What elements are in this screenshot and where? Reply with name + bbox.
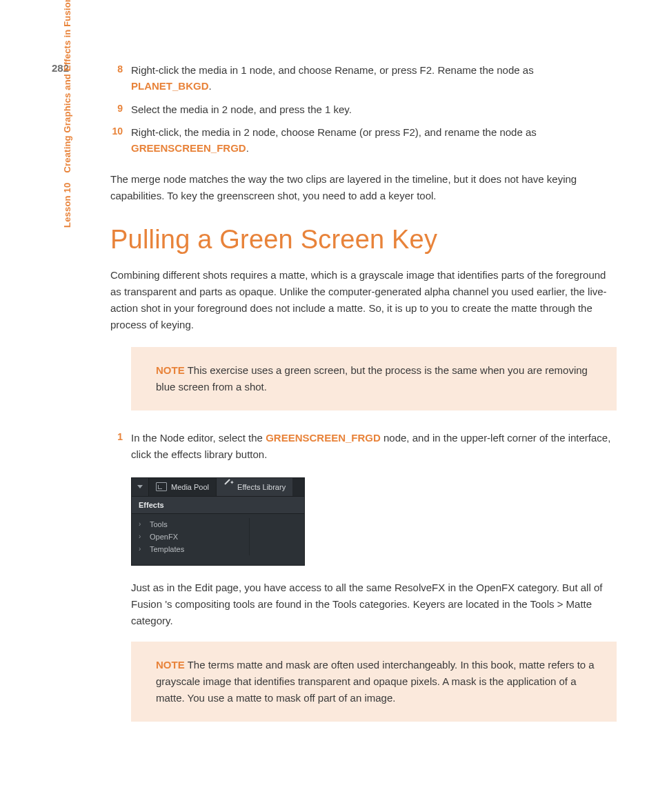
effects-library-panel: Media Pool Effects Library Effects › Too… <box>131 477 305 566</box>
tab-label: Effects Library <box>237 483 286 491</box>
paragraph-after-ui: Just as in the Edit page, you have acces… <box>131 580 617 629</box>
effects-tree: › Tools › OpenFX › Templates <box>132 514 304 565</box>
tree-label: Templates <box>150 545 184 553</box>
step-number: 1 <box>110 430 131 462</box>
tree-label: OpenFX <box>150 533 178 541</box>
step-body: Right-click, the media in 2 node, choose… <box>131 124 617 157</box>
step-number: 8 <box>110 62 131 95</box>
effects-header: Effects <box>132 497 304 514</box>
note-label: NOTE <box>156 659 185 671</box>
tree-item-templates[interactable]: › Templates <box>132 543 249 555</box>
note-text: This exercise uses a green screen, but t… <box>156 364 588 393</box>
tab-media-pool[interactable]: Media Pool <box>149 478 217 496</box>
step-number: 9 <box>110 101 131 117</box>
note-box-2: NOTEThe terms matte and mask are often u… <box>131 642 617 722</box>
numbered-steps-section: 1 In the Node editor, select the GREENSC… <box>110 430 617 462</box>
step-body: Select the media in 2 node, and press th… <box>131 101 617 117</box>
tree-column: › Tools › OpenFX › Templates <box>132 518 250 555</box>
tab-label: Media Pool <box>171 483 209 491</box>
step-number: 10 <box>110 124 131 157</box>
note-label: NOTE <box>156 364 185 376</box>
step-9: 9 Select the media in 2 node, and press … <box>110 101 617 117</box>
tab-effects-library[interactable]: Effects Library <box>217 478 292 496</box>
section-title: Pulling a Green Screen Key <box>110 225 617 255</box>
step-text: . <box>209 80 212 92</box>
effects-wand-icon <box>223 482 233 492</box>
step-text: Right-click, the media in 2 node, choose… <box>131 126 537 138</box>
numbered-steps-top: 8 Right-click the media in 1 node, and c… <box>110 62 617 156</box>
page: 282 Lesson 10Creating Graphics and Effec… <box>0 0 658 782</box>
step-body: Right-click the media in 1 node, and cho… <box>131 62 617 95</box>
paragraph-intro: Combining different shots requires a mat… <box>110 267 617 333</box>
panel-tabs: Media Pool Effects Library <box>132 478 304 497</box>
keyword-greenscreen-frgd: GREENSCREEN_FRGD <box>266 432 381 444</box>
step-text: . <box>246 142 249 154</box>
note-box-1: NOTEThis exercise uses a green screen, b… <box>131 347 617 410</box>
keyword-planet-bkgd: PLANET_BKGD <box>131 80 209 92</box>
lesson-title: Creating Graphics and Effects in Fusion <box>62 0 72 173</box>
step-text: Right-click the media in 1 node, and cho… <box>131 64 534 76</box>
tree-label: Tools <box>150 520 168 528</box>
tree-item-openfx[interactable]: › OpenFX <box>132 531 249 543</box>
step-8: 8 Right-click the media in 1 node, and c… <box>110 62 617 95</box>
lesson-number: Lesson 10 <box>62 183 72 228</box>
lesson-side-label: Lesson 10Creating Graphics and Effects i… <box>62 0 72 228</box>
note-text: The terms matte and mask are often used … <box>156 659 595 704</box>
chevron-down-icon <box>137 485 143 488</box>
keyword-greenscreen-frgd: GREENSCREEN_FRGD <box>131 142 246 154</box>
panel-dropdown[interactable] <box>132 478 149 496</box>
media-pool-icon <box>156 482 167 491</box>
step-10: 10 Right-click, the media in 2 node, cho… <box>110 124 617 157</box>
paragraph-merge: The merge node matches the way the two c… <box>110 171 617 204</box>
step-1: 1 In the Node editor, select the GREENSC… <box>110 430 617 462</box>
expand-icon: › <box>139 545 144 553</box>
tree-item-tools[interactable]: › Tools <box>132 518 249 531</box>
expand-icon: › <box>139 520 144 528</box>
step-body: In the Node editor, select the GREENSCRE… <box>131 430 617 462</box>
step-text: In the Node editor, select the <box>131 432 266 444</box>
expand-icon: › <box>139 533 144 540</box>
